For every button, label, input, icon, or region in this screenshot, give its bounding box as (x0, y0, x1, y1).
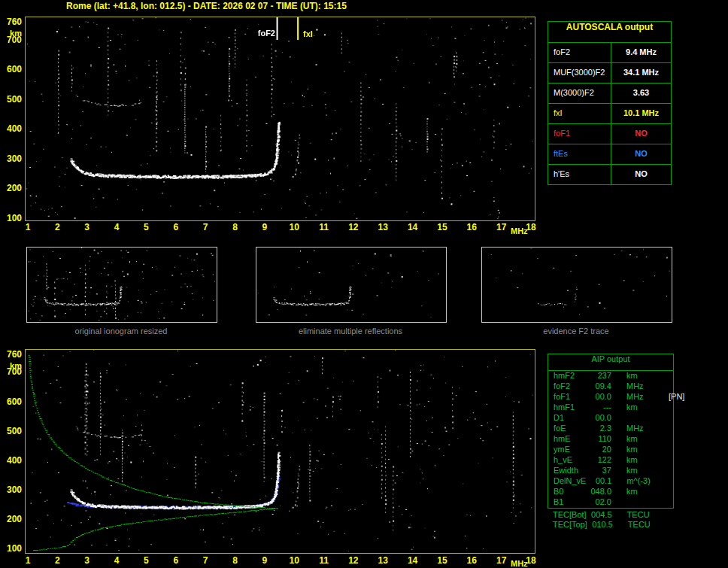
aip-row: hmE110km (548, 434, 673, 445)
x-tick-label-main: 4 (108, 222, 125, 232)
x-tick-label-profile: 7 (197, 555, 214, 566)
aip-row: foF100.0MHz[PN] (548, 392, 673, 402)
aip-val: 37 (586, 466, 611, 476)
x-tick-label-main: 1 (20, 222, 36, 232)
aip-val: 110 (586, 434, 611, 445)
autoscala-row-value: 34.1 MHz (611, 63, 671, 83)
x-tick-label-profile: 10 (286, 555, 302, 566)
y-tick-label-main: 760 (0, 17, 22, 27)
aip-unit (626, 497, 669, 508)
autoscala-row: M(3000)F23.63 (548, 83, 671, 103)
y-tick-label-main: 200 (0, 183, 22, 193)
autoscala-row-label: foF1 (548, 124, 611, 144)
aip-val: 122 (586, 455, 611, 466)
aip-unit: MHz (626, 392, 669, 402)
x-tick-label-main: 15 (434, 222, 450, 232)
y-tick-label-profile: 200 (0, 514, 22, 524)
x-tick-label-main: 3 (79, 222, 96, 232)
autoscala-row: MUF(3000)F234.1 MHz (548, 62, 671, 83)
y-tick-label-profile: 600 (0, 396, 22, 407)
aip-row: D100.0 (548, 413, 673, 424)
aip-row: Ewidth37km (548, 466, 673, 476)
panel-original-resized (26, 247, 217, 323)
autoscala-screen: Rome (lat: +41.8, lon: 012.5) - DATE: 20… (0, 0, 728, 568)
y-tick-label-profile: 300 (0, 484, 22, 495)
y-tick-label-profile: 760 (0, 349, 22, 360)
x-tick-label-main: 6 (168, 222, 184, 232)
x-tick-label-profile: 13 (375, 555, 391, 566)
aip-name: ymE (548, 445, 586, 455)
aip-row: foF209.4MHz (548, 381, 673, 392)
aip-name: hmE (548, 434, 586, 445)
aip-unit (626, 413, 669, 424)
aip-unit: MHz (626, 381, 669, 392)
autoscala-row-value: NO (611, 124, 671, 144)
aip-unit: MHz (626, 424, 669, 434)
aip-val: 00.1 (586, 476, 611, 487)
x-tick-label-main: 12 (345, 222, 362, 232)
autoscala-row-label: foF2 (548, 43, 611, 62)
y-tick-label-main: 400 (0, 123, 22, 134)
aip-val: 02.0 (586, 497, 611, 508)
aip-unit: km (626, 466, 669, 476)
profile-ionogram-canvas (26, 350, 533, 551)
x-tick-label-profile: 15 (434, 555, 450, 566)
aip-unit: km (626, 487, 669, 497)
fxI-marker-label: fxI (303, 29, 313, 38)
aip-name: TEC[Top] (548, 520, 587, 530)
caption-evidence-f2: evidence F2 trace (481, 327, 672, 336)
y-tick-label-main: 300 (0, 153, 22, 164)
aip-val: 09.4 (586, 381, 611, 392)
autoscala-row-label: h'Es (548, 165, 611, 184)
aip-name: D1 (548, 413, 586, 424)
aip-name: foE (548, 424, 586, 434)
caption-multiple-reflections: eliminate multiple reflections (255, 327, 446, 336)
autoscala-row-label: MUF(3000)F2 (548, 63, 611, 83)
x-tick-label-profile: 4 (108, 555, 125, 566)
aip-val: 010.5 (587, 520, 613, 530)
x-tick-label-main: 16 (463, 222, 480, 232)
x-tick-label-profile: 2 (49, 555, 65, 566)
x-tick-label-main: 18 (523, 222, 539, 232)
x-tick-label-main: 5 (138, 222, 154, 232)
aip-name: TEC[Bot] (548, 510, 587, 520)
aip-name: hmF1 (548, 402, 586, 413)
y-tick-label-main: 700 (0, 35, 22, 45)
aip-row: h_vE122km (548, 455, 673, 466)
profile-ionogram-plot (25, 349, 535, 554)
autoscala-row-value: NO (611, 165, 671, 184)
main-ionogram-plot (25, 17, 535, 221)
x-tick-label-profile: 11 (316, 555, 332, 566)
x-tick-label-profile: 8 (226, 555, 243, 566)
x-tick-label-profile: 9 (256, 555, 273, 566)
x-tick-label-main: 7 (197, 222, 214, 232)
aip-name: Ewidth (548, 466, 586, 476)
aip-name: B1 (548, 497, 586, 508)
x-tick-label-main: 9 (256, 222, 273, 232)
autoscala-row: fxI10.1 MHz (548, 103, 671, 123)
aip-unit: km (626, 445, 669, 455)
panel-evidence-canvas (482, 248, 670, 320)
y-tick-label-profile: 100 (0, 543, 22, 554)
aip-rows: hmF2237kmfoF209.4MHzfoF100.0MHz[PN]hmF1-… (548, 371, 673, 508)
x-tick-label-profile: 6 (168, 555, 184, 566)
aip-val: 00.0 (586, 413, 611, 424)
aip-row: hmF1---km (548, 402, 673, 413)
x-tick-label-profile: 18 (523, 555, 539, 566)
aip-unit: TECU (628, 520, 670, 530)
x-tick-label-profile: 16 (463, 555, 480, 566)
y-tick-label-main: 600 (0, 64, 22, 74)
aip-name: foF2 (548, 381, 586, 392)
aip-row: ymE20km (548, 445, 673, 455)
autoscala-row: ftEsNO (548, 144, 671, 164)
y-tick-label-profile: 700 (0, 366, 22, 377)
foF2-marker-label: foF2 (247, 29, 275, 38)
autoscala-row-value: NO (611, 144, 671, 164)
panel-original-canvas (27, 248, 215, 320)
aip-extra: [PN] (669, 392, 684, 402)
panel-evidence-f2 (481, 247, 672, 323)
y-tick-label-profile: 400 (0, 455, 22, 466)
autoscala-row-label: fxI (548, 104, 611, 123)
autoscala-table-title: AUTOSCALA output (548, 22, 671, 42)
x-tick-label-profile: 14 (405, 555, 421, 566)
